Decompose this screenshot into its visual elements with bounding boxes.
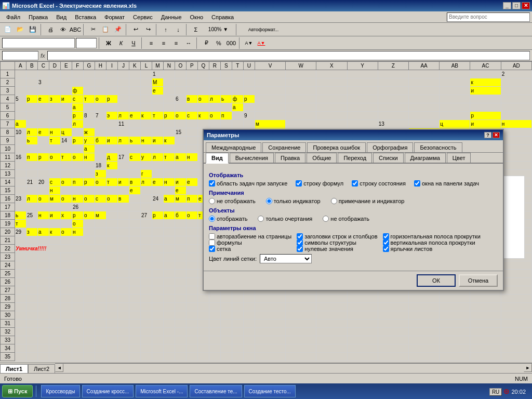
cell-J30[interactable]	[117, 311, 129, 320]
cell-E18[interactable]: х	[60, 211, 72, 220]
cell-Q4[interactable]: о	[197, 95, 209, 103]
merge-button[interactable]: ↔	[183, 37, 194, 49]
cell-C29[interactable]	[37, 303, 49, 311]
scroll-right-button[interactable]: ►	[524, 364, 532, 372]
cell-H28[interactable]	[95, 295, 106, 303]
cell-E17[interactable]	[60, 203, 72, 211]
cell-B3[interactable]	[26, 87, 37, 95]
cell-F26[interactable]	[72, 278, 83, 286]
cell-I9[interactable]: и	[106, 137, 117, 145]
sum-button[interactable]: Σ	[190, 24, 202, 35]
cell-P21[interactable]	[186, 236, 197, 245]
cell-B28[interactable]	[26, 295, 37, 303]
cell-X33[interactable]	[316, 336, 347, 344]
cell-C15[interactable]	[37, 187, 49, 195]
cell-A35[interactable]	[501, 353, 531, 361]
cell-A34[interactable]	[409, 344, 440, 353]
cell-S32[interactable]	[220, 328, 232, 336]
cell-W6[interactable]	[286, 112, 316, 120]
cell-C35[interactable]	[37, 353, 49, 361]
chk-statusbar-input[interactable]	[352, 180, 358, 187]
cell-I35[interactable]	[106, 353, 117, 361]
cell-A6[interactable]	[409, 112, 440, 120]
cell-A24[interactable]	[15, 261, 26, 270]
cell-D29[interactable]	[49, 303, 60, 311]
cell-K1[interactable]	[129, 70, 140, 78]
cell-V35[interactable]	[255, 353, 285, 361]
cell-C30[interactable]	[37, 311, 49, 320]
cell-Y2[interactable]	[347, 78, 378, 87]
cell-M12[interactable]	[152, 162, 163, 170]
cell-X7[interactable]	[316, 120, 347, 128]
cell-H17[interactable]	[95, 203, 106, 211]
cell-Y32[interactable]	[347, 328, 378, 336]
cell-W1[interactable]	[286, 70, 316, 78]
cell-U32[interactable]	[243, 328, 255, 336]
cell-I10[interactable]	[106, 145, 117, 153]
cell-P27[interactable]	[186, 286, 197, 295]
cell-F15[interactable]	[72, 187, 83, 195]
cell-A21[interactable]	[15, 236, 26, 245]
cell-X1[interactable]	[316, 70, 347, 78]
cell-P35[interactable]	[186, 353, 197, 361]
cell-A1[interactable]: 2	[501, 70, 531, 78]
tab-security[interactable]: Безопасность	[414, 142, 462, 152]
cell-A4[interactable]	[409, 95, 440, 103]
cell-V28[interactable]	[255, 295, 285, 303]
cell-X3[interactable]	[316, 87, 347, 95]
cell-V33[interactable]	[255, 336, 285, 344]
cell-G34[interactable]	[83, 344, 95, 353]
cell-I28[interactable]	[106, 295, 117, 303]
cell-N17[interactable]	[163, 203, 175, 211]
cell-B6[interactable]	[26, 112, 37, 120]
cell-A4[interactable]	[470, 95, 501, 103]
cell-T29[interactable]	[232, 303, 243, 311]
cell-T32[interactable]	[232, 328, 243, 336]
cell-H33[interactable]	[95, 336, 106, 344]
cell-C32[interactable]	[37, 328, 49, 336]
cell-F23[interactable]	[72, 253, 83, 261]
cell-P8[interactable]	[186, 128, 197, 137]
cell-F10[interactable]	[72, 145, 83, 153]
cell-Q32[interactable]	[197, 328, 209, 336]
cell-H3[interactable]	[95, 87, 106, 95]
cell-B13[interactable]	[26, 170, 37, 178]
cell-B14[interactable]: 21	[26, 178, 37, 187]
cell-N9[interactable]: к	[163, 137, 175, 145]
cell-N1[interactable]	[163, 70, 175, 78]
cell-P2[interactable]	[186, 78, 197, 87]
cell-M11[interactable]: л	[152, 153, 163, 162]
cell-O16[interactable]: м	[175, 195, 186, 203]
cell-O26[interactable]	[175, 278, 186, 286]
cell-F6[interactable]: р	[72, 112, 83, 120]
cell-A29[interactable]	[470, 303, 501, 311]
cell-G29[interactable]	[83, 303, 95, 311]
horizontal-scrollbar[interactable]: ◄ ►	[55, 363, 532, 371]
radio-indicator-only-input[interactable]	[266, 198, 272, 204]
cell-Z33[interactable]	[378, 336, 408, 344]
cell-U3[interactable]	[243, 87, 255, 95]
cell-V34[interactable]	[255, 344, 285, 353]
cell-O15[interactable]: е	[175, 187, 186, 195]
cell-G27[interactable]	[83, 286, 95, 295]
cell-F20[interactable]: н	[72, 228, 83, 236]
cell-D8[interactable]: н	[49, 128, 60, 137]
cell-A17[interactable]	[15, 203, 26, 211]
tab-transition[interactable]: Переход	[338, 153, 372, 163]
cell-B4[interactable]: р	[26, 95, 37, 103]
cell-N21[interactable]	[163, 236, 175, 245]
cell-M34[interactable]	[152, 344, 163, 353]
cell-G13[interactable]	[83, 170, 95, 178]
cell-A15[interactable]	[15, 187, 26, 195]
cell-L9[interactable]: н	[140, 137, 152, 145]
cell-N31[interactable]	[163, 320, 175, 328]
cell-K4[interactable]	[129, 95, 140, 103]
cell-G15[interactable]	[83, 187, 95, 195]
cell-A32[interactable]	[409, 328, 440, 336]
start-button[interactable]: ⊞ Пуск	[2, 385, 33, 397]
cell-L27[interactable]	[140, 286, 152, 295]
cell-I11[interactable]: д	[106, 153, 117, 162]
cell-A11[interactable]	[501, 153, 531, 162]
tab-international[interactable]: Международные	[206, 142, 261, 152]
scroll-left-button[interactable]: ◄	[55, 364, 63, 372]
